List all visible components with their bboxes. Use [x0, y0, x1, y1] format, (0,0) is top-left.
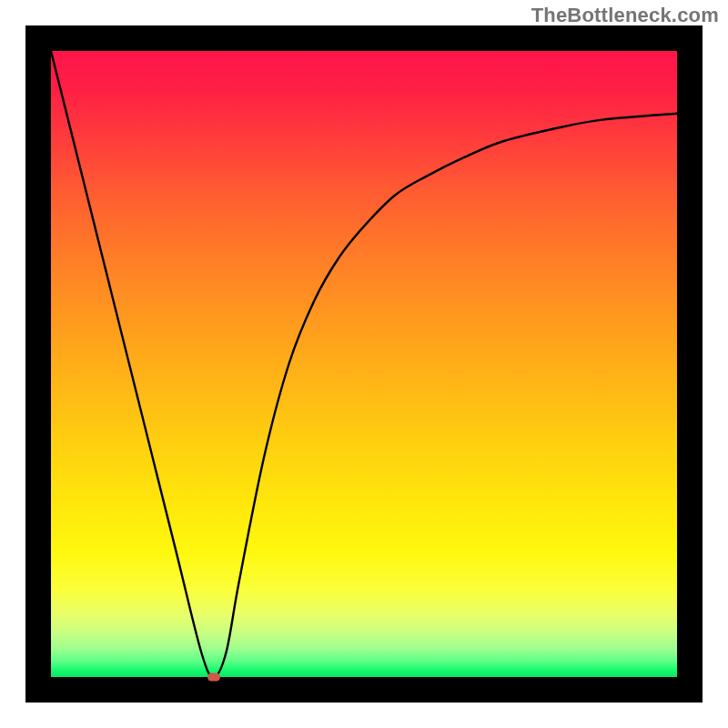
watermark-text: TheBottleneck.com [531, 4, 719, 27]
curve-svg [51, 51, 677, 677]
plot-area [51, 51, 677, 677]
minimum-marker [207, 673, 220, 682]
plot-frame [25, 25, 703, 703]
bottleneck-curve [51, 51, 677, 677]
chart-root: TheBottleneck.com [0, 0, 728, 728]
